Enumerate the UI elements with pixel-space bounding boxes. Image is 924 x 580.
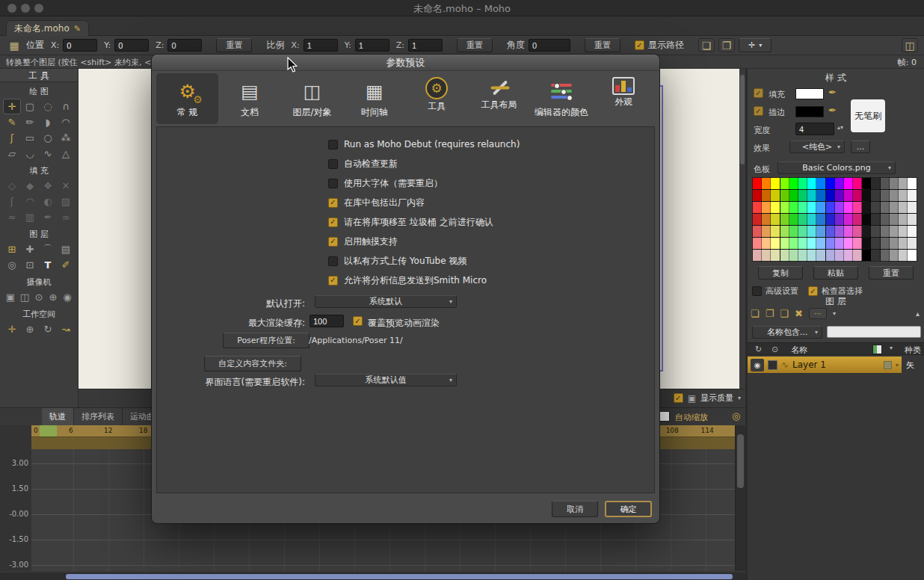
color-swatch[interactable] bbox=[899, 190, 908, 201]
animation-clock-icon[interactable]: ⊙ bbox=[771, 345, 778, 354]
stroke-color-swatch[interactable] bbox=[795, 106, 824, 117]
pref-tab-editor-colors[interactable]: 编辑器的颜色 bbox=[530, 73, 592, 124]
scale-z-input[interactable] bbox=[408, 39, 443, 52]
color-swatch[interactable] bbox=[816, 250, 825, 261]
color-swatch[interactable] bbox=[762, 190, 771, 201]
color-swatch[interactable] bbox=[871, 202, 880, 213]
color-swatch[interactable] bbox=[789, 238, 798, 249]
color-swatch[interactable] bbox=[908, 202, 917, 213]
color-swatch[interactable] bbox=[789, 250, 798, 261]
tool-add-point[interactable]: ✎ bbox=[3, 114, 21, 130]
tool-layer-painter[interactable]: ✐ bbox=[57, 257, 75, 273]
position-x-input[interactable] bbox=[63, 39, 97, 52]
layer-row[interactable]: ◉ ∿ Layer 1 ▾ bbox=[748, 357, 902, 373]
color-swatch[interactable] bbox=[798, 178, 807, 189]
color-swatch[interactable] bbox=[835, 214, 844, 225]
color-swatch[interactable] bbox=[844, 250, 853, 261]
color-swatch[interactable] bbox=[908, 178, 917, 189]
color-swatch[interactable] bbox=[890, 190, 899, 201]
pref-tab-timeline[interactable]: ▦时间轴 bbox=[343, 73, 405, 124]
tool-pan-workspace[interactable]: ✛ bbox=[3, 321, 21, 337]
color-swatch[interactable] bbox=[844, 190, 853, 201]
layer-search-input[interactable] bbox=[827, 326, 921, 338]
name-column-header[interactable]: 名称 bbox=[791, 345, 807, 356]
color-swatch[interactable] bbox=[835, 226, 844, 237]
layer-tag-swatch[interactable] bbox=[884, 361, 892, 369]
layer-visibility-toggle[interactable]: ◉ bbox=[751, 359, 764, 371]
color-swatch[interactable] bbox=[862, 214, 871, 225]
color-swatch[interactable] bbox=[816, 226, 825, 237]
color-swatch[interactable] bbox=[762, 214, 771, 225]
dialog-title[interactable]: 参数预设 bbox=[152, 55, 659, 71]
color-swatch[interactable] bbox=[899, 226, 908, 237]
tool-scatter-brush[interactable]: ⁂ bbox=[57, 130, 75, 146]
language-dropdown[interactable]: 系统默认值 ▾ bbox=[315, 374, 457, 386]
pref-checkbox-1[interactable] bbox=[328, 140, 338, 149]
color-swatch[interactable] bbox=[798, 202, 807, 213]
tool-delete-shape[interactable]: ✕ bbox=[57, 178, 75, 194]
color-swatch[interactable] bbox=[762, 238, 771, 249]
color-swatch[interactable] bbox=[844, 178, 853, 189]
tool-shape-eyedropper[interactable]: ✒ bbox=[39, 209, 57, 225]
pref-checkbox-7[interactable] bbox=[328, 256, 338, 266]
pref-tab-general[interactable]: ⚙⚙常 规 bbox=[156, 73, 218, 124]
color-swatch[interactable] bbox=[862, 178, 871, 189]
color-swatch[interactable] bbox=[871, 250, 880, 261]
color-swatch[interactable] bbox=[826, 238, 835, 249]
stroke-enabled-checkbox[interactable] bbox=[754, 106, 763, 116]
color-swatch[interactable] bbox=[899, 214, 908, 225]
color-swatch[interactable] bbox=[798, 238, 807, 249]
reset-angle-button[interactable]: 重置 bbox=[585, 38, 620, 52]
color-swatch[interactable] bbox=[871, 190, 880, 201]
tool-pan-tilt-camera[interactable]: ⊕ bbox=[46, 289, 61, 305]
collapse-panel-icon[interactable]: ▴ bbox=[916, 309, 920, 318]
tool-gradient-tool[interactable]: ◐ bbox=[39, 194, 57, 209]
tool-draw-triangle[interactable]: △ bbox=[57, 146, 75, 161]
chevron-down-icon[interactable]: ▾ bbox=[890, 345, 893, 351]
tool-draw-polygon[interactable]: ▱ bbox=[3, 146, 21, 161]
color-swatch[interactable] bbox=[771, 250, 780, 261]
tool-magnet[interactable]: ∩ bbox=[57, 99, 75, 114]
color-swatch[interactable] bbox=[881, 190, 890, 201]
tool-select-shape[interactable]: ◇ bbox=[3, 178, 21, 194]
color-swatch[interactable] bbox=[780, 226, 789, 237]
tool-stroke-exposure[interactable]: ▥ bbox=[21, 209, 39, 225]
color-swatch[interactable] bbox=[798, 214, 807, 225]
color-swatch[interactable] bbox=[753, 178, 762, 189]
copy-style-button[interactable]: 复制 bbox=[758, 266, 803, 280]
color-swatch[interactable] bbox=[771, 190, 780, 201]
color-swatch[interactable] bbox=[807, 202, 816, 213]
paste-style-button[interactable]: 粘贴 bbox=[813, 266, 858, 280]
tool-shear-layer[interactable]: ▤ bbox=[57, 241, 75, 257]
duplicate-layer-icon[interactable]: ❑ bbox=[780, 308, 789, 319]
autoscale-icon[interactable]: ◎ bbox=[732, 410, 740, 422]
color-swatch[interactable] bbox=[908, 226, 917, 237]
color-swatch[interactable] bbox=[835, 202, 844, 213]
tool-transform-points[interactable]: ✛ bbox=[3, 99, 21, 114]
color-swatch[interactable] bbox=[816, 178, 825, 189]
color-swatch[interactable] bbox=[826, 214, 835, 225]
custom-content-folder-button[interactable]: 自定义内容文件夹: bbox=[204, 356, 301, 371]
color-swatch[interactable] bbox=[771, 214, 780, 225]
color-swatch[interactable] bbox=[807, 238, 816, 249]
reset-style-button[interactable]: 重置 bbox=[869, 266, 914, 280]
color-swatch[interactable] bbox=[753, 226, 762, 237]
color-swatch[interactable] bbox=[871, 226, 880, 237]
current-frame-marker[interactable] bbox=[40, 425, 57, 436]
position-y-input[interactable] bbox=[114, 39, 149, 52]
color-swatch[interactable] bbox=[771, 202, 780, 213]
color-swatch[interactable] bbox=[844, 202, 853, 213]
color-swatch[interactable] bbox=[835, 238, 844, 249]
pref-tab-appearance[interactable]: 外观 bbox=[593, 73, 655, 124]
flip-horizontal-icon[interactable]: ❏ bbox=[698, 38, 715, 52]
color-swatch[interactable] bbox=[881, 178, 890, 189]
tool-set-origin[interactable]: ✚ bbox=[21, 241, 39, 257]
display-quality-control[interactable]: ▣ 显示质量 ▾ bbox=[674, 392, 741, 404]
tool-rotate-layer-xy[interactable]: ◎ bbox=[3, 257, 21, 273]
tool-draw-rectangle[interactable]: ▭ bbox=[21, 130, 39, 146]
timeline-vertical-scrollbar[interactable] bbox=[735, 425, 745, 571]
timeline-tab-1[interactable]: 轨道 bbox=[42, 408, 74, 425]
tool-insert-text[interactable]: T bbox=[39, 257, 57, 273]
tool-eraser-layer[interactable]: ⊡ bbox=[21, 257, 39, 273]
render-cache-input[interactable] bbox=[309, 315, 344, 327]
